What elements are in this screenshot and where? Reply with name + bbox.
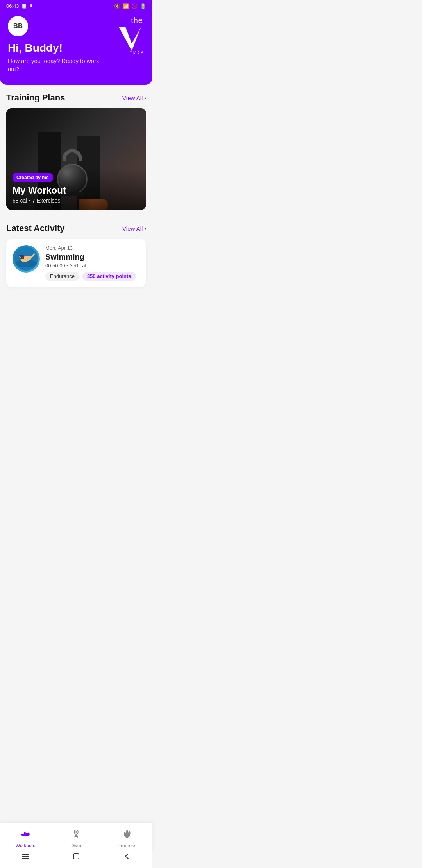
training-plans-view-all[interactable]: View All › bbox=[122, 95, 146, 101]
latest-activity-header: Latest Activity View All › bbox=[6, 223, 146, 233]
card-title: My Workout bbox=[13, 185, 140, 196]
training-plans-section: Training Plans View All › bbox=[0, 85, 152, 215]
status-bar: 06:43 🗒️ ⬇ 🔇 📶 🚫 🔋 bbox=[0, 0, 152, 11]
ymca-logo: the YMCA bbox=[109, 16, 145, 54]
tag-endurance: Endurance bbox=[45, 272, 79, 281]
card-overlay: Created by me My Workout 68 cal • 7 Exer… bbox=[6, 167, 146, 210]
activity-card[interactable]: Mon, Apr 13 Swimming 00:50:00 • 350 cal … bbox=[6, 239, 146, 287]
activity-date: Mon, Apr 13 bbox=[45, 245, 140, 251]
swimmer-icon bbox=[14, 247, 38, 271]
wifi-icon: 📶 bbox=[123, 3, 129, 9]
activity-tags: Endurance 350 activity points bbox=[45, 272, 140, 281]
training-plans-title: Training Plans bbox=[6, 93, 65, 103]
chevron-right-icon: › bbox=[144, 95, 146, 101]
ymca-chevron-icon bbox=[115, 23, 145, 53]
latest-activity-section: Latest Activity View All › bbox=[0, 215, 152, 291]
latest-activity-title: Latest Activity bbox=[6, 223, 65, 233]
activity-image bbox=[13, 245, 40, 273]
status-time: 06:43 bbox=[6, 3, 19, 9]
chevron-right-icon-2: › bbox=[144, 225, 146, 231]
header: BB Hi, Buddy! How are you today? Ready t… bbox=[0, 11, 152, 85]
main-content: Training Plans View All › bbox=[0, 85, 152, 346]
training-plans-header: Training Plans View All › bbox=[6, 93, 146, 103]
avatar: BB bbox=[8, 16, 28, 36]
tag-points: 350 activity points bbox=[82, 272, 136, 281]
training-card-background: Created by me My Workout 68 cal • 7 Exer… bbox=[6, 108, 146, 210]
subgreeting: How are you today? Ready to work out? bbox=[8, 57, 102, 73]
download-icon: ⬇ bbox=[29, 4, 33, 9]
signal-icon: 🚫 bbox=[131, 3, 138, 9]
training-card[interactable]: Created by me My Workout 68 cal • 7 Exer… bbox=[6, 108, 146, 210]
ymca-text: YMCA bbox=[130, 50, 145, 54]
battery-icon: 🔋 bbox=[140, 3, 146, 9]
mute-icon: 🔇 bbox=[114, 3, 120, 9]
latest-activity-view-all[interactable]: View All › bbox=[122, 225, 146, 232]
card-badge: Created by me bbox=[13, 173, 53, 182]
card-meta: 68 cal • 7 Exercises bbox=[13, 197, 140, 204]
activity-stats: 00:50:00 • 350 cal bbox=[45, 263, 140, 269]
activity-name: Swimming bbox=[45, 253, 140, 262]
notification-icon: 🗒️ bbox=[21, 4, 27, 9]
activity-info: Mon, Apr 13 Swimming 00:50:00 • 350 cal … bbox=[45, 245, 140, 281]
